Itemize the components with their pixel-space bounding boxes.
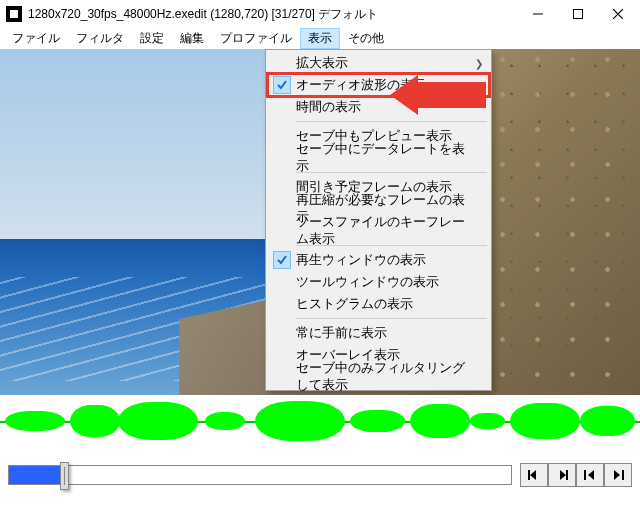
menu-item-label: 再生ウィンドウの表示	[296, 252, 426, 269]
chevron-right-icon: ❯	[475, 58, 483, 69]
menu-item-拡大表示[interactable]: 拡大表示❯	[268, 52, 489, 74]
video-preview: 拡大表示❯オーディオ波形の表示時間の表示セーブ中もプレビュー表示セーブ中にデータ…	[0, 49, 640, 395]
audio-waveform[interactable]	[0, 395, 640, 447]
menu-プロファイル[interactable]: プロファイル	[212, 28, 300, 49]
check-icon	[273, 178, 291, 196]
menu-item-ツールウィンドウの表示[interactable]: ツールウィンドウの表示	[268, 271, 489, 293]
menu-item-label: セーブ中にデータレートを表示	[296, 141, 471, 175]
titlebar: 1280x720_30fps_48000Hz.exedit (1280,720)…	[0, 0, 640, 28]
transport-controls	[520, 463, 632, 487]
svg-rect-7	[566, 470, 568, 480]
timeline-track[interactable]	[8, 465, 512, 485]
menu-item-label: セーブ中のみフィルタリングして表示	[296, 360, 471, 394]
svg-marker-9	[588, 470, 594, 480]
menu-separator	[296, 121, 487, 122]
svg-marker-10	[614, 470, 620, 480]
maximize-button[interactable]	[558, 0, 598, 28]
menu-item-セーブ中にデータレートを表示[interactable]: セーブ中にデータレートを表示	[268, 147, 489, 169]
timeline-handle[interactable]	[60, 462, 69, 490]
check-icon	[273, 98, 291, 116]
next-frame-button[interactable]	[548, 463, 576, 487]
menu-item-label: 常に手前に表示	[296, 325, 387, 342]
svg-rect-8	[584, 470, 586, 480]
check-icon	[273, 273, 291, 291]
menu-item-label: ヒストグラムの表示	[296, 296, 413, 313]
svg-marker-4	[530, 470, 536, 480]
menu-表示[interactable]: 表示	[300, 28, 340, 49]
first-frame-button[interactable]	[576, 463, 604, 487]
menu-separator	[296, 318, 487, 319]
menu-item-セーブ中のみフィルタリングして表示[interactable]: セーブ中のみフィルタリングして表示	[268, 366, 489, 388]
check-icon	[273, 324, 291, 342]
menu-設定[interactable]: 設定	[132, 28, 172, 49]
menu-item-再生ウィンドウの表示[interactable]: 再生ウィンドウの表示	[268, 249, 489, 271]
svg-rect-5	[528, 470, 530, 480]
check-icon	[273, 200, 291, 218]
svg-rect-11	[622, 470, 624, 480]
menu-item-label: ソースファイルのキーフレーム表示	[296, 214, 471, 248]
menu-ファイル[interactable]: ファイル	[4, 28, 68, 49]
menu-item-ヒストグラムの表示[interactable]: ヒストグラムの表示	[268, 293, 489, 315]
menu-item-常に手前に表示[interactable]: 常に手前に表示	[268, 322, 489, 344]
svg-rect-1	[574, 10, 583, 19]
check-icon	[273, 368, 291, 386]
menu-item-ソースファイルのキーフレーム表示[interactable]: ソースファイルのキーフレーム表示	[268, 220, 489, 242]
close-button[interactable]	[598, 0, 638, 28]
timeline-progress	[9, 466, 64, 484]
last-frame-button[interactable]	[604, 463, 632, 487]
menu-item-label: ツールウィンドウの表示	[296, 274, 439, 291]
menu-item-label: 時間の表示	[296, 99, 361, 116]
menubar: ファイルフィルタ設定編集プロファイル表示その他	[0, 28, 640, 49]
check-icon	[273, 295, 291, 313]
check-icon	[273, 251, 291, 269]
menu-item-label: 拡大表示	[296, 55, 348, 72]
footer	[0, 447, 640, 503]
window-title: 1280x720_30fps_48000Hz.exedit (1280,720)…	[28, 6, 518, 23]
minimize-button[interactable]	[518, 0, 558, 28]
check-icon	[273, 127, 291, 145]
svg-marker-6	[560, 470, 566, 480]
check-icon	[273, 54, 291, 72]
check-icon	[273, 149, 291, 167]
prev-frame-button[interactable]	[520, 463, 548, 487]
app-icon	[6, 6, 22, 22]
check-icon	[273, 222, 291, 240]
menu-編集[interactable]: 編集	[172, 28, 212, 49]
menu-フィルタ[interactable]: フィルタ	[68, 28, 132, 49]
check-icon	[273, 346, 291, 364]
check-icon	[273, 76, 291, 94]
menu-その他[interactable]: その他	[340, 28, 392, 49]
